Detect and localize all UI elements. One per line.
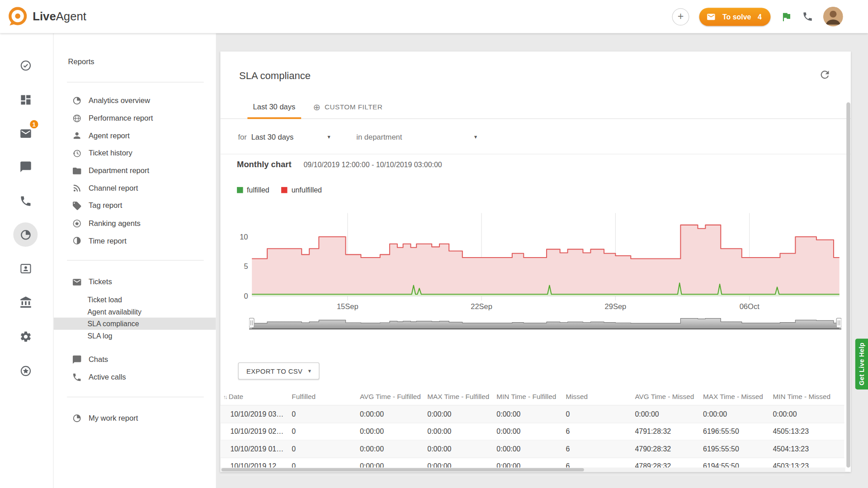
table-cell: 6195:55:50 — [703, 445, 773, 453]
sidebar-item-active-calls[interactable]: Active calls — [54, 369, 216, 386]
vertical-scrollbar[interactable] — [846, 103, 850, 468]
dashboard-nav-button[interactable] — [13, 87, 38, 112]
customers-nav-button[interactable] — [13, 256, 38, 281]
sidebar-item-my-work-report[interactable]: My work report — [54, 409, 216, 427]
table-cell: 10/10/2019 02… — [220, 427, 292, 436]
navigator-handle[interactable] — [249, 318, 254, 328]
sidebar-item-agent-report[interactable]: Agent report — [54, 127, 216, 145]
plus-icon: + — [678, 10, 684, 23]
pie-chart-icon — [72, 96, 82, 106]
sidebar-item-label: Tag report — [89, 202, 122, 210]
sidebar-item-ticket-history[interactable]: Ticket history — [54, 145, 216, 162]
sidebar-item-tag-report[interactable]: Tag report — [54, 197, 216, 215]
topbar: LiveAgent + To solve 4 — [0, 0, 868, 33]
department-select[interactable]: in department ▾ — [356, 132, 477, 141]
table-row[interactable]: 10/10/2019 01…00:00:000:00:000:00:006479… — [220, 441, 844, 458]
tickets-nav-button[interactable]: 1 — [13, 121, 38, 145]
column-header-label: Date — [229, 393, 243, 400]
table-row[interactable]: 10/10/2019 02…00:00:000:00:000:00:006479… — [220, 423, 844, 441]
phone-button[interactable] — [802, 11, 813, 22]
billing-nav-button[interactable] — [13, 290, 38, 314]
chats-nav-button[interactable] — [13, 155, 38, 179]
table-header-row: ↑↓DateFulfilledAVG Time - FulfilledMAX T… — [220, 389, 844, 406]
column-header[interactable]: AVG Time - Fulfilled — [360, 393, 427, 400]
refresh-button[interactable] — [819, 69, 831, 81]
sidebar-item-channel-report[interactable]: Channel report — [54, 179, 216, 197]
table-cell: 0:00:00 — [773, 410, 844, 418]
column-header[interactable]: MAX Time - Missed — [703, 393, 773, 400]
sidebar-item-analytics-overview[interactable]: Analytics overview — [54, 92, 216, 109]
table-cell: 10/10/2019 03… — [220, 410, 292, 418]
table-cell: 10/10/2019 01… — [220, 445, 292, 453]
reports-menu: Analytics overview Performance report Ag… — [54, 92, 216, 249]
table-cell: 4791:28:32 — [635, 427, 703, 436]
settings-nav-button[interactable] — [13, 324, 38, 349]
for-label: for — [238, 132, 247, 141]
get-live-help-tab[interactable]: Get Live Help — [855, 338, 868, 389]
column-header[interactable]: MIN Time - Missed — [773, 393, 844, 400]
add-button[interactable]: + — [672, 8, 689, 25]
to-solve-button[interactable]: To solve 4 — [699, 8, 771, 26]
table-cell: 0 — [566, 410, 635, 418]
column-header[interactable]: AVG Time - Missed — [635, 393, 703, 400]
legend-label: fulfilled — [247, 186, 269, 194]
sort-icon[interactable]: ↑↓ — [223, 394, 226, 399]
column-header[interactable]: Fulfilled — [292, 393, 360, 400]
table-cell: 0:00:00 — [496, 445, 566, 453]
content-area: SLA compliance Last 30 days ⊕ CUSTOM FIL… — [216, 33, 868, 488]
icon-rail: 1 — [0, 33, 53, 488]
sidebar-item-label: Ticket history — [89, 149, 132, 157]
sidebar-item-ticket-load[interactable]: Ticket load — [54, 293, 216, 305]
calls-nav-button[interactable] — [13, 189, 38, 213]
sidebar-item-tickets[interactable]: Tickets — [54, 273, 216, 291]
sla-table: ↑↓DateFulfilledAVG Time - FulfilledMAX T… — [220, 389, 844, 475]
table-row[interactable]: 10/10/2019 03…00:00:000:00:000:00:0000:0… — [220, 406, 844, 423]
star-circle-icon — [72, 218, 82, 228]
tab-custom-filter[interactable]: ⊕ CUSTOM FILTER — [307, 96, 388, 118]
sidebar-item-label: Ticket load — [87, 295, 122, 303]
table-cell: 0:00:00 — [427, 427, 496, 436]
chart-header: Monthly chart 09/10/2019 12:00:00 - 10/1… — [237, 160, 442, 169]
date-range-select[interactable]: Last 30 days ▾ — [251, 132, 330, 141]
sidebar-item-department-report[interactable]: Department report — [54, 162, 216, 179]
sidebar-item-ranking-agents[interactable]: Ranking agents — [54, 215, 216, 232]
sla-area-chart[interactable]: 15Sep22Sep29Sep06Oct0510 — [235, 210, 844, 313]
chat-icon — [19, 160, 32, 173]
column-header[interactable]: MIN Time - Fulfilled — [496, 393, 566, 400]
table-row[interactable]: 10/10/2019 12…00:00:000:00:000:00:006478… — [220, 458, 844, 475]
legend-item-unfulfilled[interactable]: unfulfilled — [282, 186, 322, 194]
column-header[interactable]: Missed — [566, 393, 635, 400]
sidebar-item-label: Channel report — [89, 184, 138, 192]
user-avatar[interactable] — [823, 7, 843, 27]
navigator-handle[interactable] — [836, 318, 841, 328]
brand-logo[interactable]: LiveAgent — [0, 6, 86, 27]
tab-last-30-days[interactable]: Last 30 days — [247, 96, 301, 118]
column-header[interactable]: MAX Time - Fulfilled — [427, 393, 496, 400]
sidebar-item-label: Department report — [89, 167, 149, 175]
dashboard-icon — [19, 93, 32, 106]
pie-chart-icon — [72, 413, 82, 423]
scrollbar-thumb[interactable] — [222, 468, 584, 471]
chart-range-navigator[interactable] — [249, 313, 841, 332]
phone-icon — [19, 194, 32, 207]
chart-title: Monthly chart — [237, 160, 291, 169]
legend-item-fulfilled[interactable]: fulfilled — [237, 186, 269, 194]
sidebar-item-chats[interactable]: Chats — [54, 351, 216, 368]
sidebar-item-time-report[interactable]: Time report — [54, 232, 216, 250]
sidebar-item-agent-availability[interactable]: Agent availability — [54, 305, 216, 318]
column-header[interactable]: ↑↓Date — [220, 393, 292, 400]
tasks-nav-button[interactable] — [13, 53, 38, 78]
sidebar-item-sla-log[interactable]: SLA log — [54, 330, 216, 342]
tab-label: Last 30 days — [253, 103, 296, 111]
sidebar-item-label: Chats — [89, 356, 108, 364]
horizontal-scrollbar[interactable] — [220, 468, 845, 472]
sidebar-item-sla-compliance[interactable]: SLA compliance — [54, 318, 216, 330]
sidebar-item-performance-report[interactable]: Performance report — [54, 109, 216, 127]
gamification-nav-button[interactable] — [13, 358, 38, 383]
export-to-csv-button[interactable]: EXPORT TO CSV ▾ — [238, 362, 320, 380]
flag-button[interactable] — [781, 11, 793, 23]
sidebar-item-label: Active calls — [89, 373, 126, 381]
reports-nav-button[interactable] — [13, 222, 38, 247]
department-value: in department — [356, 132, 402, 141]
pie-chart-icon — [19, 228, 32, 241]
